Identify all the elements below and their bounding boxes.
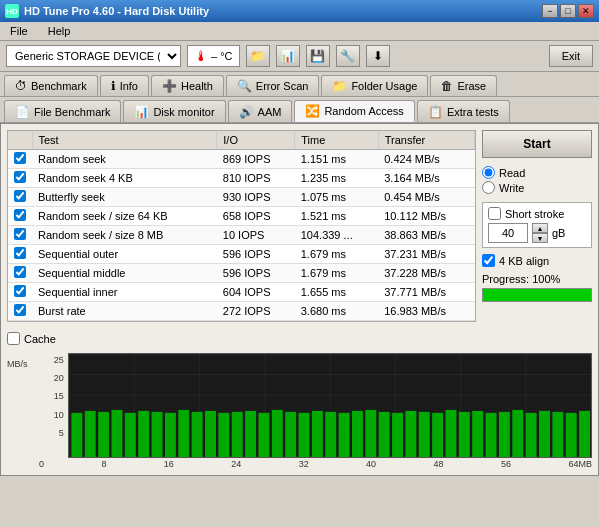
toolbar-btn-4[interactable]: 🔧 xyxy=(336,45,360,67)
disk-monitor-icon: 📊 xyxy=(134,105,149,119)
row-check-5[interactable] xyxy=(8,245,32,264)
tab-benchmark[interactable]: ⏱ Benchmark xyxy=(4,75,98,96)
radio-read[interactable] xyxy=(482,166,495,179)
row-transfer-3: 10.112 MB/s xyxy=(378,207,474,226)
toolbar-btn-3[interactable]: 💾 xyxy=(306,45,330,67)
row-checkbox-0[interactable] xyxy=(14,152,26,164)
spin-down-button[interactable]: ▼ xyxy=(532,233,548,243)
tab-random-access[interactable]: 🔀 Random Access xyxy=(294,100,414,122)
x0: 0 xyxy=(39,459,44,469)
tab-error-scan[interactable]: 🔍 Error Scan xyxy=(226,75,320,96)
title-bar: HD HD Tune Pro 4.60 - Hard Disk Utility … xyxy=(0,0,599,22)
row-checkbox-8[interactable] xyxy=(14,304,26,316)
start-button[interactable]: Start xyxy=(482,130,592,158)
row-check-3[interactable] xyxy=(8,207,32,226)
row-check-2[interactable] xyxy=(8,188,32,207)
radio-write[interactable] xyxy=(482,181,495,194)
tab-extra-tests[interactable]: 📋 Extra tests xyxy=(417,100,510,122)
svg-rect-30 xyxy=(272,410,283,457)
svg-rect-52 xyxy=(565,413,576,457)
svg-rect-39 xyxy=(392,413,403,457)
svg-rect-22 xyxy=(165,413,176,457)
row-checkbox-1[interactable] xyxy=(14,171,26,183)
exit-button[interactable]: Exit xyxy=(549,45,593,67)
tab-benchmark-label: Benchmark xyxy=(31,80,87,92)
tab-health[interactable]: ➕ Health xyxy=(151,75,224,96)
row-check-8[interactable] xyxy=(8,302,32,321)
radio-write-label[interactable]: Write xyxy=(482,181,592,194)
toolbar-btn-2[interactable]: 📊 xyxy=(276,45,300,67)
tab-info[interactable]: ℹ Info xyxy=(100,75,149,96)
short-stroke-label: Short stroke xyxy=(505,208,564,220)
yaxis-label: MB/s xyxy=(7,359,28,369)
short-stroke-checkbox[interactable] xyxy=(488,207,501,220)
svg-rect-26 xyxy=(218,413,229,457)
align-group: 4 KB align xyxy=(482,254,592,267)
tab-random-access-label: Random Access xyxy=(324,105,403,117)
close-button[interactable]: ✕ xyxy=(578,4,594,18)
tab-disk-monitor[interactable]: 📊 Disk monitor xyxy=(123,100,225,122)
y20: 20 xyxy=(41,373,64,383)
title-bar-controls[interactable]: − □ ✕ xyxy=(542,4,594,18)
svg-rect-53 xyxy=(579,411,590,457)
progress-text: Progress: xyxy=(482,273,529,285)
row-checkbox-4[interactable] xyxy=(14,228,26,240)
table-row: Random seek / size 64 KB 658 IOPS 1.521 … xyxy=(8,207,475,226)
menu-file[interactable]: File xyxy=(5,24,33,38)
svg-rect-20 xyxy=(138,411,149,457)
radio-read-label[interactable]: Read xyxy=(482,166,592,179)
svg-rect-42 xyxy=(432,413,443,457)
row-test-1: Random seek 4 KB xyxy=(32,169,217,188)
row-io-2: 930 IOPS xyxy=(217,188,295,207)
row-checkbox-6[interactable] xyxy=(14,266,26,278)
row-checkbox-3[interactable] xyxy=(14,209,26,221)
svg-rect-50 xyxy=(539,411,550,457)
x64mb: 64MB xyxy=(568,459,592,469)
short-stroke-group: Short stroke ▲ ▼ gB xyxy=(482,202,592,248)
row-io-4: 10 IOPS xyxy=(217,226,295,245)
table-row: Random seek / size 8 MB 10 IOPS 104.339 … xyxy=(8,226,475,245)
row-checkbox-5[interactable] xyxy=(14,247,26,259)
row-test-5: Sequential outer xyxy=(32,245,217,264)
progress-label: Progress: 100% xyxy=(482,273,592,285)
y5: 5 xyxy=(41,428,64,438)
row-check-0[interactable] xyxy=(8,150,32,169)
svg-rect-34 xyxy=(325,412,336,457)
tab-aam[interactable]: 🔊 AAM xyxy=(228,100,293,122)
tab-folder-usage[interactable]: 📁 Folder Usage xyxy=(321,75,428,96)
stroke-unit: gB xyxy=(552,227,565,239)
toolbar-btn-5[interactable]: ⬇ xyxy=(366,45,390,67)
chart-svg xyxy=(69,354,591,457)
menu-help[interactable]: Help xyxy=(43,24,76,38)
device-select[interactable]: Generic STORAGE DEVICE (7 gB) xyxy=(6,45,181,67)
table-row: Random seek 4 KB 810 IOPS 1.235 ms 3.164… xyxy=(8,169,475,188)
table-row: Butterfly seek 930 IOPS 1.075 ms 0.454 M… xyxy=(8,188,475,207)
row-check-7[interactable] xyxy=(8,283,32,302)
spin-up-button[interactable]: ▲ xyxy=(532,223,548,233)
sidebar: Start Read Write Short stroke xyxy=(482,130,592,322)
tab-erase-label: Erase xyxy=(457,80,486,92)
write-label: Write xyxy=(499,182,524,194)
row-check-4[interactable] xyxy=(8,226,32,245)
short-stroke-input[interactable] xyxy=(488,223,528,243)
row-check-1[interactable] xyxy=(8,169,32,188)
row-checkbox-2[interactable] xyxy=(14,190,26,202)
maximize-button[interactable]: □ xyxy=(560,4,576,18)
cache-checkbox[interactable] xyxy=(7,332,20,345)
svg-rect-38 xyxy=(378,412,389,457)
tab-file-benchmark[interactable]: 📄 File Benchmark xyxy=(4,100,121,122)
x8: 8 xyxy=(101,459,106,469)
app-icon: HD xyxy=(5,4,19,18)
row-checkbox-7[interactable] xyxy=(14,285,26,297)
align-checkbox[interactable] xyxy=(482,254,495,267)
row-transfer-0: 0.424 MB/s xyxy=(378,150,474,169)
row-transfer-6: 37.228 MB/s xyxy=(378,264,474,283)
row-check-6[interactable] xyxy=(8,264,32,283)
minimize-button[interactable]: − xyxy=(542,4,558,18)
svg-rect-24 xyxy=(191,412,202,457)
toolbar-btn-1[interactable]: 📁 xyxy=(246,45,270,67)
svg-rect-25 xyxy=(205,411,216,457)
tab-erase[interactable]: 🗑 Erase xyxy=(430,75,497,96)
row-test-4: Random seek / size 8 MB xyxy=(32,226,217,245)
stroke-input-row: ▲ ▼ gB xyxy=(488,223,586,243)
